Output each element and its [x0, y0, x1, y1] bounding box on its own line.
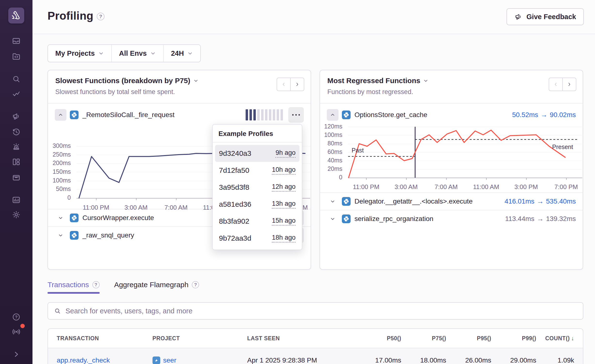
col-project[interactable]: PROJECT	[153, 335, 247, 342]
give-feedback-label: Give Feedback	[526, 13, 576, 21]
sidebar-item-issues[interactable]	[8, 33, 24, 49]
sidebar-item-feedback[interactable]	[8, 109, 24, 124]
flamegraph-help-icon[interactable]: ?	[192, 281, 199, 288]
chevron-down-icon	[193, 78, 199, 83]
profile-age-link[interactable]: 12h ago	[272, 183, 296, 192]
search-icon	[54, 307, 61, 315]
sidebar-item-traces[interactable]	[8, 86, 24, 102]
notification-dot	[20, 323, 25, 329]
col-p99[interactable]: P99()	[491, 335, 536, 342]
profile-age-link[interactable]: 13h ago	[272, 200, 296, 209]
chevron-left-icon	[553, 82, 558, 87]
profile-age-link[interactable]: 10h ago	[272, 166, 296, 175]
function-name[interactable]: OptionsStore.get_cache	[354, 111, 427, 119]
project-filter[interactable]: My Projects	[48, 45, 111, 62]
function-name[interactable]: _RemoteSiloCall._fire_request	[82, 111, 175, 119]
sidebar-item-help[interactable]: ?	[8, 309, 24, 325]
function-name[interactable]: serialize_rpc_organization	[354, 215, 433, 223]
sidebar-collapse-toggle[interactable]	[8, 347, 24, 362]
sidebar-item-whats-new[interactable]	[8, 324, 24, 340]
slowest-card-title[interactable]: Slowest Functions (breakdown by P75)	[55, 77, 303, 85]
sort-desc-icon: ↓	[571, 335, 574, 341]
regression-values[interactable]: 113.44ms→139.32ms	[505, 215, 576, 223]
regressed-card-subtitle: Functions by most regressed.	[327, 88, 575, 96]
expand-row-button[interactable]	[55, 229, 66, 241]
svg-text:?: ?	[15, 315, 18, 319]
next-page-button[interactable]	[290, 78, 304, 91]
transaction-link[interactable]: app.ready._check	[57, 356, 153, 364]
before-value: 416.01ms	[505, 198, 534, 205]
count-value: 1.09k	[536, 356, 574, 364]
slowest-card-title-label: Slowest Functions (breakdown by P75)	[55, 77, 190, 85]
expand-row-button[interactable]	[55, 212, 66, 224]
environment-filter[interactable]: All Envs	[111, 45, 163, 62]
profile-age-link[interactable]: 9h ago	[275, 149, 296, 158]
col-count[interactable]: COUNT()↓	[536, 335, 574, 342]
trace-zigzag-icon	[12, 89, 21, 99]
function-name[interactable]: CursorWrapper.execute	[82, 214, 154, 222]
regression-values[interactable]: 50.52ms→90.02ms	[512, 111, 576, 119]
tab-label: Aggregate Flamegraph	[114, 281, 189, 289]
chevron-down-icon	[98, 50, 104, 56]
date-range-filter[interactable]: 24H	[163, 45, 200, 62]
sidebar-item-stats[interactable]	[8, 192, 24, 208]
p95-value: 26.00ms	[446, 356, 491, 364]
table-row[interactable]: app.ready._check seer Apr 1 2025 9:28:38…	[48, 348, 583, 364]
gear-icon	[12, 210, 21, 219]
expand-row-button[interactable]	[327, 196, 338, 207]
sentry-logo[interactable]	[8, 8, 24, 24]
col-transaction[interactable]: TRANSACTION	[57, 335, 153, 342]
regressed-card-title[interactable]: Most Regressed Functions	[327, 77, 575, 85]
profile-item[interactable]: 9b72aa3d18h ago	[215, 230, 299, 247]
project-cell: seer	[153, 356, 247, 364]
col-p50[interactable]: P50()	[356, 335, 401, 342]
python-platform-icon	[342, 111, 351, 119]
sidebar-item-settings[interactable]	[8, 207, 24, 222]
python-logo	[343, 111, 350, 118]
profile-item[interactable]: 9d3240a39h ago	[215, 145, 299, 162]
page-header: Profiling? Give Feedback	[32, 0, 595, 34]
before-value: 50.52ms	[512, 111, 538, 119]
main-area: Profiling? Give Feedback My Projects All…	[32, 0, 595, 364]
threshold-label-past: Past	[352, 147, 364, 154]
expand-row-button[interactable]	[327, 213, 338, 225]
prev-page-button[interactable]	[277, 78, 291, 91]
sidebar-item-explore[interactable]	[8, 48, 24, 64]
profile-age-link[interactable]: 18h ago	[272, 234, 296, 243]
sidebar-item-dashboards[interactable]	[8, 154, 24, 170]
profile-item[interactable]: 8b3fa90215h ago	[215, 213, 299, 230]
regression-values[interactable]: 416.01ms→535.40ms	[505, 198, 576, 205]
col-last-seen[interactable]: LAST SEEN	[247, 335, 356, 342]
tab-aggregate-flamegraph[interactable]: Aggregate Flamegraph ?	[114, 281, 199, 294]
profile-age-link[interactable]: 15h ago	[272, 217, 296, 226]
sidebar-item-search[interactable]	[8, 71, 24, 87]
next-page-button[interactable]	[562, 78, 576, 91]
regressed-card-header: Most Regressed Functions Functions by mo…	[320, 70, 583, 103]
seer-logo	[154, 358, 159, 363]
tab-transactions[interactable]: Transactions ?	[48, 281, 100, 294]
arrow-right-icon: →	[534, 198, 546, 205]
profile-id: 7d12fa50	[219, 166, 249, 174]
col-p75[interactable]: P75()	[401, 335, 446, 342]
search-icon	[12, 74, 21, 84]
col-p95[interactable]: P95()	[446, 335, 491, 342]
sidebar-item-alerts[interactable]	[8, 139, 24, 155]
prev-page-button[interactable]	[549, 78, 563, 91]
profile-item[interactable]: a581ed3613h ago	[215, 196, 299, 213]
project-link[interactable]: seer	[163, 356, 176, 364]
give-feedback-button[interactable]: Give Feedback	[507, 8, 584, 25]
profile-item[interactable]: 7d12fa5010h ago	[215, 162, 299, 179]
transactions-help-icon[interactable]: ?	[92, 281, 100, 288]
slowest-card-pager	[277, 78, 304, 91]
profiling-help-icon[interactable]: ?	[97, 13, 105, 20]
python-platform-icon	[70, 214, 79, 222]
search-input[interactable]	[65, 307, 577, 315]
profile-options-button[interactable]	[288, 107, 304, 123]
profile-item[interactable]: 3a95d3f812h ago	[215, 179, 299, 196]
sidebar-item-replays[interactable]	[8, 124, 24, 140]
function-name[interactable]: Delegator.__getattr__.<locals>.execute	[354, 198, 473, 205]
sidebar-item-releases[interactable]	[8, 169, 24, 185]
collapse-row-button[interactable]	[327, 109, 338, 121]
function-name[interactable]: _raw_snql_query	[82, 231, 134, 239]
collapse-row-button[interactable]	[55, 109, 66, 121]
